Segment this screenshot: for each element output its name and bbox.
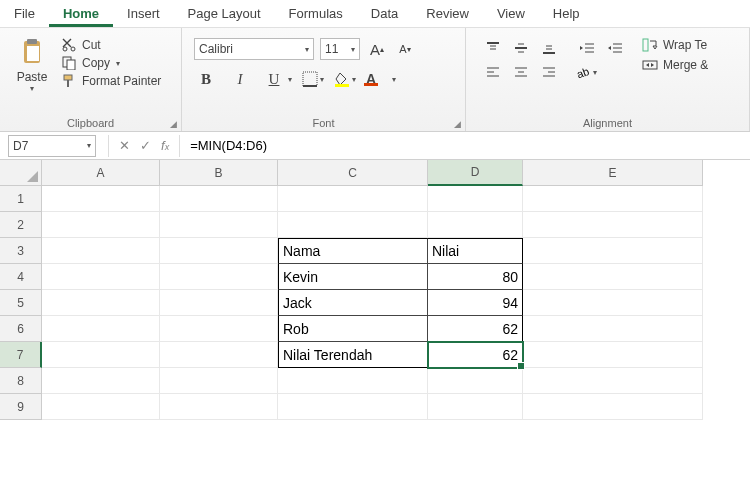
col-header-B[interactable]: B [160, 160, 278, 186]
cell-A8[interactable] [42, 368, 160, 394]
cell-B6[interactable] [160, 316, 278, 342]
font-dialog-launcher[interactable]: ◢ [454, 119, 461, 129]
cell-D6[interactable]: 62 [428, 316, 523, 342]
cell-C9[interactable] [278, 394, 428, 420]
cell-C7[interactable]: Nilai Terendah [278, 342, 428, 368]
tab-help[interactable]: Help [539, 0, 594, 27]
cell-A1[interactable] [42, 186, 160, 212]
tab-home[interactable]: Home [49, 0, 113, 27]
cell-D2[interactable] [428, 212, 523, 238]
row-header-7[interactable]: 7 [0, 342, 42, 368]
font-name-select[interactable]: Calibri ▾ [194, 38, 314, 60]
row-header-6[interactable]: 6 [0, 316, 42, 342]
cell-C4[interactable]: Kevin [278, 264, 428, 290]
tab-data[interactable]: Data [357, 0, 412, 27]
cut-button[interactable]: Cut [62, 38, 161, 52]
cell-B3[interactable] [160, 238, 278, 264]
enter-formula-button[interactable]: ✓ [140, 138, 151, 153]
cell-D8[interactable] [428, 368, 523, 394]
copy-button[interactable]: Copy ▾ [62, 56, 161, 70]
col-header-A[interactable]: A [42, 160, 160, 186]
cell-C2[interactable] [278, 212, 428, 238]
select-all-corner[interactable] [0, 160, 42, 186]
cell-B4[interactable] [160, 264, 278, 290]
cell-D9[interactable] [428, 394, 523, 420]
align-center-button[interactable] [510, 62, 532, 82]
col-header-D[interactable]: D [428, 160, 523, 186]
row-header-9[interactable]: 9 [0, 394, 42, 420]
row-header-3[interactable]: 3 [0, 238, 42, 264]
cell-E4[interactable] [523, 264, 703, 290]
underline-button[interactable]: U▾ [262, 68, 292, 90]
cell-E7[interactable] [523, 342, 703, 368]
row-header-5[interactable]: 5 [0, 290, 42, 316]
cell-A9[interactable] [42, 394, 160, 420]
align-middle-button[interactable] [510, 38, 532, 58]
decrease-indent-button[interactable] [576, 38, 598, 58]
cell-D7[interactable]: 62 [428, 342, 523, 368]
cell-C1[interactable] [278, 186, 428, 212]
cell-E1[interactable] [523, 186, 703, 212]
cell-A6[interactable] [42, 316, 160, 342]
col-header-C[interactable]: C [278, 160, 428, 186]
cell-E2[interactable] [523, 212, 703, 238]
cell-C5[interactable]: Jack [278, 290, 428, 316]
row-header-1[interactable]: 1 [0, 186, 42, 212]
cell-B7[interactable] [160, 342, 278, 368]
cell-D3[interactable]: Nilai [428, 238, 523, 264]
cell-D4[interactable]: 80 [428, 264, 523, 290]
cell-B8[interactable] [160, 368, 278, 394]
paste-button[interactable]: Paste ▾ [8, 32, 56, 129]
tab-file[interactable]: File [0, 0, 49, 27]
cell-A2[interactable] [42, 212, 160, 238]
row-header-8[interactable]: 8 [0, 368, 42, 394]
cell-E5[interactable] [523, 290, 703, 316]
row-header-4[interactable]: 4 [0, 264, 42, 290]
col-header-E[interactable]: E [523, 160, 703, 186]
cell-C6[interactable]: Rob [278, 316, 428, 342]
align-bottom-button[interactable] [538, 38, 560, 58]
cell-C3[interactable]: Nama [278, 238, 428, 264]
tab-review[interactable]: Review [412, 0, 483, 27]
cell-A3[interactable] [42, 238, 160, 264]
cell-E8[interactable] [523, 368, 703, 394]
tab-page-layout[interactable]: Page Layout [174, 0, 275, 27]
borders-button[interactable]: ▾ [302, 68, 324, 90]
decrease-font-button[interactable]: A▾ [394, 38, 416, 60]
italic-button[interactable]: I [228, 68, 252, 90]
cell-E9[interactable] [523, 394, 703, 420]
tab-insert[interactable]: Insert [113, 0, 174, 27]
cell-A4[interactable] [42, 264, 160, 290]
cell-D1[interactable] [428, 186, 523, 212]
fill-color-button[interactable]: ▾ [334, 68, 356, 90]
align-top-button[interactable] [482, 38, 504, 58]
tab-view[interactable]: View [483, 0, 539, 27]
cell-E3[interactable] [523, 238, 703, 264]
name-box[interactable]: D7 ▾ [8, 135, 96, 157]
cell-B1[interactable] [160, 186, 278, 212]
cell-A5[interactable] [42, 290, 160, 316]
bold-button[interactable]: B [194, 68, 218, 90]
row-header-2[interactable]: 2 [0, 212, 42, 238]
formula-input[interactable] [184, 135, 750, 157]
increase-indent-button[interactable] [604, 38, 626, 58]
cell-D5[interactable]: 94 [428, 290, 523, 316]
increase-font-button[interactable]: A▴ [366, 38, 388, 60]
tab-formulas[interactable]: Formulas [275, 0, 357, 27]
merge-button[interactable]: Merge & [642, 58, 708, 72]
wrap-text-button[interactable]: Wrap Te [642, 38, 708, 52]
cell-E6[interactable] [523, 316, 703, 342]
spreadsheet-grid[interactable]: A B C D E 1 2 3 Nama Nilai 4 Kevin 80 5 … [0, 160, 750, 420]
cell-B9[interactable] [160, 394, 278, 420]
cancel-formula-button[interactable]: ✕ [119, 138, 130, 153]
insert-function-button[interactable]: fx [161, 138, 169, 153]
orientation-button[interactable]: ab▾ [576, 62, 598, 82]
font-size-select[interactable]: 11 ▾ [320, 38, 360, 60]
align-left-button[interactable] [482, 62, 504, 82]
cell-C8[interactable] [278, 368, 428, 394]
cell-A7[interactable] [42, 342, 160, 368]
format-painter-button[interactable]: Format Painter [62, 74, 161, 88]
align-right-button[interactable] [538, 62, 560, 82]
clipboard-dialog-launcher[interactable]: ◢ [170, 119, 177, 129]
cell-B2[interactable] [160, 212, 278, 238]
